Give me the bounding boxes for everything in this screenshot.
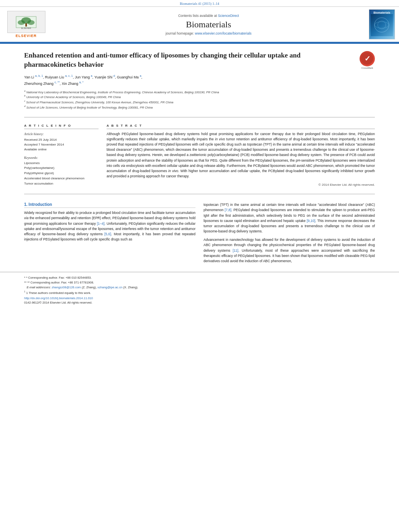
- introduction-paragraph-2: topotecan (TPT) in the same animal at ce…: [204, 202, 375, 234]
- svg-text:✓: ✓: [364, 55, 370, 63]
- svg-point-3: [27, 20, 35, 25]
- email-link-1[interactable]: zhangzz08@126.com: [51, 286, 81, 289]
- journal-header: ELSEVIER ELSEVIER Contents lists availab…: [0, 7, 399, 43]
- footnotes-area: * * Corresponding author. Fax: +86 010 8…: [0, 272, 399, 306]
- svg-point-2: [18, 20, 25, 25]
- article-title-block: Enhanced retention and anti-tumor effica…: [24, 51, 354, 110]
- abstract-divider: [24, 194, 375, 194]
- introduction-right: topotecan (TPT) in the same animal at ce…: [204, 202, 375, 264]
- journal-thumbnail: Biomaterials: [369, 9, 395, 39]
- elsevier-logo: ELSEVIER ELSEVIER: [4, 11, 48, 38]
- email-link-2[interactable]: xzhang@ipe.ac.cn: [97, 286, 122, 289]
- abstract-header: A B S T R A C T: [107, 124, 375, 129]
- footnote-email: E-mail addresses: zhangzz08@126.com (Z. …: [24, 285, 375, 290]
- journal-citation: Biomaterials 41 (2015) 1–14: [180, 2, 219, 6]
- footnote-equal-contrib: 1 1 These authors contributed equally to…: [24, 290, 375, 296]
- issn-line: 0142-9612/© 2014 Elsevier Ltd. All right…: [24, 301, 375, 304]
- crossmark-badge[interactable]: ✓ CrossMark: [360, 51, 375, 69]
- svg-rect-4: [25, 23, 27, 27]
- crossmark-label: CrossMark: [361, 67, 373, 69]
- footnote-star2: ** ** Corresponding author. Fax: +86 371…: [24, 280, 375, 285]
- available-online: Available online: [24, 147, 99, 152]
- contents-available-line: Contents lists available at ScienceDirec…: [48, 14, 369, 18]
- article-info-abstract: A R T I C L E I N F O Article history: R…: [0, 121, 399, 190]
- introduction-heading: 1. Introduction: [24, 202, 195, 208]
- copyright-line: © 2014 Elsevier Ltd. All rights reserved…: [107, 183, 375, 187]
- doi-link[interactable]: http://dx.doi.org/10.1016/j.biomaterials…: [24, 296, 375, 300]
- introduction-left: 1. Introduction Widely recognized for th…: [24, 202, 195, 264]
- abstract-text: Although PEGylated liposome-based drug d…: [107, 131, 375, 179]
- journal-thumb-title: Biomaterials: [373, 11, 390, 14]
- elsevier-wordmark: ELSEVIER: [16, 34, 37, 38]
- svg-text:ELSEVIER: ELSEVIER: [21, 27, 31, 29]
- keyword-3: Poly(ethylene glycol): [24, 171, 99, 176]
- journal-citation-bar: Biomaterials 41 (2015) 1–14: [0, 0, 399, 7]
- homepage-line: journal homepage: www.elsevier.com/locat…: [48, 31, 369, 35]
- journal-center-header: Contents lists available at ScienceDirec…: [48, 14, 369, 35]
- introduction-paragraph-1: Widely recognized for their ability to p…: [24, 210, 195, 242]
- elsevier-logo-image: ELSEVIER: [7, 11, 45, 33]
- keyword-4: Accelerated blood clearance phenomenon: [24, 176, 99, 181]
- journal-cover-image: [371, 14, 393, 36]
- svg-rect-6: [371, 14, 393, 36]
- crossmark-icon: ✓: [360, 51, 375, 66]
- history-title: Article history:: [24, 132, 99, 136]
- article-info-header: A R T I C L E I N F O: [24, 124, 99, 129]
- sciencedirect-link[interactable]: ScienceDirect: [218, 14, 239, 18]
- authors-line: Yan Li a, b, 1, Ruiyuan Liu a, c, 1, Jun…: [24, 74, 354, 87]
- elsevier-tree-icon: ELSEVIER: [14, 14, 38, 30]
- footnote-star1: * * Corresponding author. Fax: +86 010 8…: [24, 275, 375, 280]
- homepage-text: journal homepage:: [166, 31, 195, 35]
- affiliations: a National Key Laboratory of Biochemical…: [24, 89, 354, 110]
- keyword-5: Tumor accumulation: [24, 181, 99, 187]
- abstract-col: A B S T R A C T Although PEGylated lipos…: [107, 124, 375, 187]
- received-date: Received 25 July 2014: [24, 138, 99, 142]
- article-title: Enhanced retention and anti-tumor effica…: [24, 51, 354, 70]
- introduction-section: 1. Introduction Widely recognized for th…: [0, 198, 399, 264]
- homepage-link[interactable]: www.elsevier.com/locate/biomaterials: [195, 31, 252, 35]
- accepted-date: Accepted 7 November 2014: [24, 142, 99, 147]
- keyword-2: Poly(carboxybetaine): [24, 166, 99, 171]
- introduction-paragraph-3: Advancement in nanotechnology has allowe…: [204, 237, 375, 264]
- contents-text: Contents lists available at: [178, 14, 218, 18]
- header-divider: [24, 117, 375, 117]
- article-info-col: A R T I C L E I N F O Article history: R…: [24, 124, 99, 187]
- journal-name: Biomaterials: [48, 19, 369, 30]
- keyword-1: Liposomes: [24, 161, 99, 166]
- email-label: E-mail addresses:: [27, 286, 51, 289]
- keywords-title: Keywords:: [24, 156, 99, 160]
- article-header: Enhanced retention and anti-tumor effica…: [0, 44, 399, 114]
